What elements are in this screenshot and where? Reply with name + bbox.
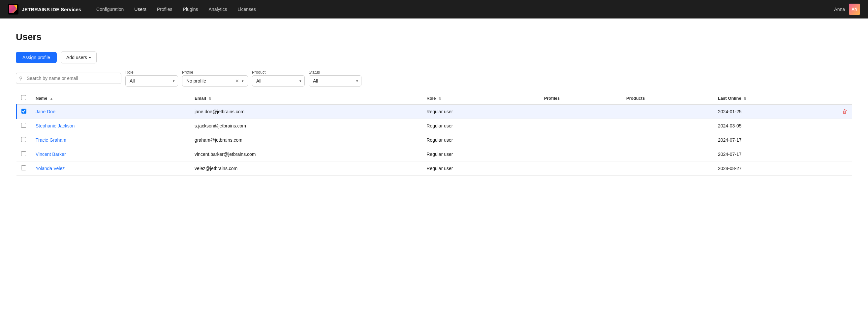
role-filter-group: Role All Regular user Administrator ▾ bbox=[125, 70, 178, 87]
assign-profile-button[interactable]: Assign profile bbox=[16, 52, 57, 63]
row-role-0: Regular user bbox=[422, 105, 539, 119]
row-checkbox-4[interactable] bbox=[21, 166, 26, 170]
nav-item-configuration[interactable]: Configuration bbox=[92, 4, 128, 15]
row-checkbox-cell-1 bbox=[17, 119, 31, 133]
profile-filter-label: Profile bbox=[182, 70, 248, 75]
row-checkbox-cell-0 bbox=[17, 105, 31, 119]
row-email-3: vincent.barker@jetbrains.com bbox=[190, 147, 422, 162]
name-sort-icon: ▲ bbox=[50, 97, 53, 100]
row-role-3: Regular user bbox=[422, 147, 539, 162]
status-filter-label: Status bbox=[309, 70, 362, 75]
profile-filter-wrapper[interactable]: No profile ✕ ▾ bbox=[182, 75, 248, 87]
add-users-label: Add users bbox=[66, 55, 87, 60]
row-checkbox-2[interactable] bbox=[21, 137, 26, 142]
search-icon: ⚲ bbox=[19, 76, 23, 81]
row-checkbox-cell-3 bbox=[17, 147, 31, 162]
status-select[interactable]: All Active Inactive bbox=[309, 75, 362, 87]
add-users-chevron-icon: ▾ bbox=[89, 55, 91, 60]
nav-item-profiles[interactable]: Profiles bbox=[152, 4, 177, 15]
user-name-link-4[interactable]: Yolanda Velez bbox=[36, 166, 65, 171]
table-row: Yolanda Velez velez@jetbrains.com Regula… bbox=[17, 162, 852, 176]
row-checkbox-1[interactable] bbox=[21, 123, 26, 128]
row-name-0: Jane Doe bbox=[31, 105, 190, 119]
table-row: Stephanie Jackson s.jackson@jetbrains.co… bbox=[17, 119, 852, 133]
nav-item-users[interactable]: Users bbox=[130, 4, 151, 15]
search-input[interactable] bbox=[16, 73, 121, 84]
table-row: Vincent Barker vincent.barker@jetbrains.… bbox=[17, 147, 852, 162]
row-checkbox-3[interactable] bbox=[21, 151, 26, 156]
row-checkbox-cell-4 bbox=[17, 162, 31, 176]
profile-filter-value: No profile bbox=[186, 78, 232, 84]
col-header-role[interactable]: Role ⇅ bbox=[422, 92, 539, 105]
actions-row: Assign profile Add users ▾ bbox=[16, 52, 852, 63]
select-all-checkbox[interactable] bbox=[21, 95, 26, 100]
row-name-4: Yolanda Velez bbox=[31, 162, 190, 176]
row-products-3 bbox=[622, 147, 713, 162]
jetbrains-logo-icon bbox=[8, 4, 19, 15]
col-header-email[interactable]: Email ⇅ bbox=[190, 92, 422, 105]
main-content: Users Assign profile Add users ▾ ⚲ Role … bbox=[0, 19, 868, 189]
status-filter-group: Status All Active Inactive ▾ bbox=[309, 70, 362, 87]
col-header-last-online[interactable]: Last Online ⇅ bbox=[713, 92, 838, 105]
row-role-4: Regular user bbox=[422, 162, 539, 176]
nav-item-plugins[interactable]: Plugins bbox=[178, 4, 203, 15]
row-role-2: Regular user bbox=[422, 133, 539, 147]
status-select-wrapper: All Active Inactive ▾ bbox=[309, 75, 362, 87]
header-right: Anna AN bbox=[834, 4, 860, 15]
row-checkbox-0[interactable] bbox=[22, 109, 26, 114]
row-products-1 bbox=[622, 119, 713, 133]
filters-row: ⚲ Role All Regular user Administrator ▾ … bbox=[16, 70, 852, 87]
delete-icon-0[interactable]: 🗑 bbox=[842, 109, 847, 114]
product-select-wrapper: All ▾ bbox=[252, 75, 305, 87]
last-online-sort-icon: ⇅ bbox=[744, 97, 746, 100]
row-last-online-4: 2024-08-27 bbox=[713, 162, 838, 176]
row-products-0 bbox=[622, 105, 713, 119]
row-name-1: Stephanie Jackson bbox=[31, 119, 190, 133]
product-filter-group: Product All ▾ bbox=[252, 70, 305, 87]
user-name-link-0[interactable]: Jane Doe bbox=[36, 109, 55, 114]
col-header-name[interactable]: Name ▲ bbox=[31, 92, 190, 105]
row-profiles-3 bbox=[539, 147, 622, 162]
header: JETBRAINS IDE Services Configuration Use… bbox=[0, 0, 868, 19]
user-name-label: Anna bbox=[834, 7, 845, 12]
table-header: Name ▲ Email ⇅ Role ⇅ Profiles bbox=[17, 92, 852, 105]
user-name-link-2[interactable]: Tracie Graham bbox=[36, 137, 66, 143]
row-role-1: Regular user bbox=[422, 119, 539, 133]
col-header-actions bbox=[838, 92, 852, 105]
table-body: Jane Doe jane.doe@jetbrains.com Regular … bbox=[17, 105, 852, 176]
table-row: Tracie Graham graham@jetbrains.com Regul… bbox=[17, 133, 852, 147]
row-profiles-0 bbox=[539, 105, 622, 119]
product-select[interactable]: All bbox=[252, 75, 305, 87]
row-last-online-3: 2024-07-17 bbox=[713, 147, 838, 162]
row-last-online-2: 2024-07-17 bbox=[713, 133, 838, 147]
user-name-link-3[interactable]: Vincent Barker bbox=[36, 151, 66, 157]
row-checkbox-cell-2 bbox=[17, 133, 31, 147]
avatar[interactable]: AN bbox=[849, 4, 860, 15]
profile-filter-group: Profile No profile ✕ ▾ bbox=[182, 70, 248, 87]
row-last-online-0: 2024-01-25 bbox=[713, 105, 838, 119]
row-action-cell-2 bbox=[838, 133, 852, 147]
row-action-cell-4 bbox=[838, 162, 852, 176]
row-profiles-4 bbox=[539, 162, 622, 176]
row-products-2 bbox=[622, 133, 713, 147]
role-filter-label: Role bbox=[125, 70, 178, 75]
profile-filter-chevron-icon: ▾ bbox=[242, 79, 244, 83]
role-select[interactable]: All Regular user Administrator bbox=[125, 75, 178, 87]
row-action-cell-1 bbox=[838, 119, 852, 133]
users-table: Name ▲ Email ⇅ Role ⇅ Profiles bbox=[16, 92, 852, 176]
main-nav: Configuration Users Profiles Plugins Ana… bbox=[92, 4, 824, 15]
profile-filter-clear-icon[interactable]: ✕ bbox=[235, 79, 239, 83]
col-header-products: Products bbox=[622, 92, 713, 105]
logo-link[interactable]: JETBRAINS IDE Services bbox=[8, 4, 81, 15]
row-profiles-1 bbox=[539, 119, 622, 133]
nav-item-analytics[interactable]: Analytics bbox=[204, 4, 232, 15]
col-header-profiles: Profiles bbox=[539, 92, 622, 105]
row-name-3: Vincent Barker bbox=[31, 147, 190, 162]
add-users-button[interactable]: Add users ▾ bbox=[61, 52, 97, 63]
nav-item-licenses[interactable]: Licenses bbox=[233, 4, 260, 15]
row-email-4: velez@jetbrains.com bbox=[190, 162, 422, 176]
row-products-4 bbox=[622, 162, 713, 176]
user-name-link-1[interactable]: Stephanie Jackson bbox=[36, 123, 74, 128]
role-sort-icon: ⇅ bbox=[438, 97, 441, 100]
table-row: Jane Doe jane.doe@jetbrains.com Regular … bbox=[17, 105, 852, 119]
